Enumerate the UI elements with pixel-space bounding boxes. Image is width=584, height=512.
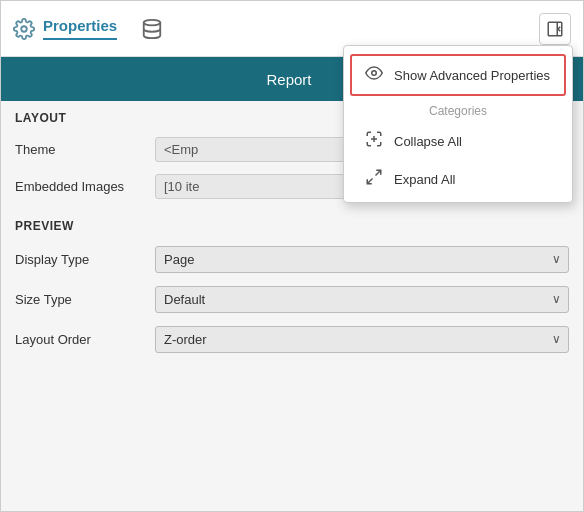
theme-label: Theme [15,142,155,157]
tab-right [539,13,571,45]
collapse-all-label: Collapse All [394,134,462,149]
categories-label: Categories [344,100,572,122]
tab-left: Properties [13,17,163,40]
display-type-dropdown[interactable]: Page [155,246,569,273]
display-type-row: Display Type Page [1,239,583,279]
expand-all-label: Expand All [394,172,455,187]
layout-order-select[interactable]: Z-order [155,326,569,353]
size-type-select[interactable]: Default [155,286,569,313]
collapse-all-item[interactable]: Collapse All [344,122,572,160]
properties-panel: Properties Report [0,0,584,512]
layout-order-label: Layout Order [15,332,155,347]
size-type-dropdown[interactable]: Default [155,286,569,313]
display-type-select[interactable]: Page [155,246,569,273]
svg-line-12 [367,179,372,184]
properties-tab[interactable]: Properties [43,17,117,40]
expand-all-icon [364,168,384,190]
display-type-label: Display Type [15,252,155,267]
collapse-all-icon [364,130,384,152]
embedded-images-label: Embedded Images [15,179,155,194]
layout-order-dropdown[interactable]: Z-order [155,326,569,353]
eye-icon [364,64,384,86]
svg-point-1 [144,19,161,25]
context-menu: Show Advanced Properties Categories Coll… [343,45,573,203]
svg-point-0 [21,26,27,32]
database-icon [141,18,163,40]
svg-rect-2 [548,22,562,36]
show-advanced-item[interactable]: Show Advanced Properties [350,54,566,96]
preview-section-header: PREVIEW [1,209,583,239]
show-advanced-label: Show Advanced Properties [394,68,550,83]
gear-icon [13,18,35,40]
collapse-panel-button[interactable] [539,13,571,45]
layout-order-row: Layout Order Z-order [1,319,583,359]
svg-point-8 [372,71,377,76]
size-type-row: Size Type Default [1,279,583,319]
svg-line-11 [376,170,381,175]
expand-all-item[interactable]: Expand All [344,160,572,198]
size-type-label: Size Type [15,292,155,307]
